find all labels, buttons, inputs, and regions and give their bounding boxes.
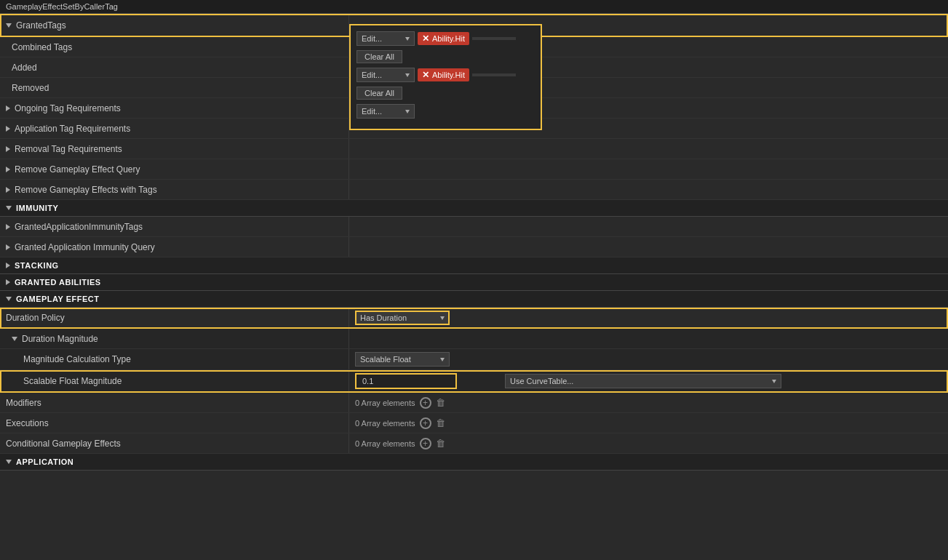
added-label: Added bbox=[12, 63, 37, 73]
executions-row: Executions 0 Array elements + 🗑 bbox=[0, 413, 948, 433]
granted-tags-label: GrantedTags bbox=[16, 20, 66, 31]
executions-add-btn[interactable]: + bbox=[420, 417, 431, 429]
modifiers-value: 0 Array elements bbox=[355, 399, 415, 407]
duration-magnitude-value-cell bbox=[349, 329, 948, 348]
granted-tags-chevron[interactable] bbox=[6, 23, 12, 28]
combined-tag-chip-1-close[interactable]: ✕ bbox=[422, 33, 429, 44]
remove-gameplay-effect-query-label: Remove Gameplay Effect Query bbox=[15, 164, 140, 175]
conditional-gameplay-effects-delete-btn[interactable]: 🗑 bbox=[436, 438, 445, 449]
gameplay-effect-chevron bbox=[6, 297, 12, 301]
remove-gameplay-effects-tags-label-cell: Remove Gameplay Effects with Tags bbox=[0, 180, 349, 199]
conditional-gameplay-effects-row: Conditional Gameplay Effects 0 Array ele… bbox=[0, 433, 948, 454]
top-bar-text: GameplayEffectSetByCallerTag bbox=[6, 2, 118, 11]
remove-gameplay-effects-tags-value bbox=[349, 180, 948, 199]
stacking-section-header[interactable]: STACKING bbox=[0, 257, 948, 274]
magnitude-calc-type-dropdown[interactable]: Scalable Float bbox=[355, 352, 450, 367]
remove-effects-tags-chevron[interactable] bbox=[6, 187, 10, 193]
application-tag-requirements-label-cell: Application Tag Requirements bbox=[0, 119, 349, 138]
popup-removed-row: Edit... bbox=[357, 104, 535, 119]
duration-policy-dropdown[interactable]: Has Duration bbox=[355, 311, 450, 325]
combined-tags-label: Combined Tags bbox=[12, 42, 72, 52]
added-dropdown-arrow bbox=[405, 73, 410, 77]
scalable-float-magnitude-row: Scalable Float Magnitude Use CurveTable.… bbox=[0, 370, 948, 393]
use-curve-table-dropdown[interactable]: Use CurveTable... bbox=[505, 374, 781, 388]
popup-clear-all-2-row: Clear All bbox=[357, 87, 535, 100]
executions-value: 0 Array elements bbox=[355, 419, 415, 428]
added-tag-text-1 bbox=[472, 73, 516, 76]
application-section-label: APPLICATION bbox=[16, 457, 73, 466]
added-tag-chip-1-close[interactable]: ✕ bbox=[422, 70, 429, 80]
application-section-header[interactable]: APPLICATION bbox=[0, 454, 948, 471]
executions-label-cell: Executions bbox=[0, 413, 349, 433]
remove-gameplay-effect-query-row[interactable]: Remove Gameplay Effect Query bbox=[0, 159, 948, 180]
modifiers-label: Modifiers bbox=[6, 398, 41, 408]
granted-application-immunity-query-value bbox=[349, 237, 948, 257]
granted-application-immunity-tags-value bbox=[349, 217, 948, 236]
granted-immunity-tags-chevron[interactable] bbox=[6, 224, 10, 230]
duration-policy-label-cell: Duration Policy bbox=[0, 308, 349, 328]
removal-chevron[interactable] bbox=[6, 146, 10, 152]
duration-magnitude-label-cell: Duration Magnitude bbox=[0, 329, 349, 348]
added-edit-dropdown[interactable]: Edit... bbox=[357, 68, 415, 82]
granted-application-immunity-query-row[interactable]: Granted Application Immunity Query bbox=[0, 237, 948, 257]
duration-magnitude-chevron[interactable] bbox=[12, 337, 17, 341]
popup-clear-all-1-row: Clear All bbox=[357, 50, 535, 63]
removed-edit-dropdown[interactable]: Edit... bbox=[357, 104, 415, 119]
granted-application-immunity-tags-label-cell: GrantedApplicationImmunityTags bbox=[0, 217, 349, 236]
granted-abilities-section-header[interactable]: GRANTED ABILITIES bbox=[0, 274, 948, 291]
duration-policy-dropdown-arrow bbox=[440, 316, 445, 320]
conditional-gameplay-effects-value: 0 Array elements bbox=[355, 439, 415, 448]
combined-tags-dropdown-arrow bbox=[405, 37, 410, 41]
granted-application-immunity-tags-label: GrantedApplicationImmunityTags bbox=[15, 222, 143, 232]
removal-tag-requirements-label-cell: Removal Tag Requirements bbox=[0, 139, 349, 159]
gameplay-effect-section-label: GAMEPLAY EFFECT bbox=[16, 295, 99, 303]
popup-added-row: Edit... ✕ Ability.Hit bbox=[357, 68, 535, 82]
popup-combined-tags-row: Edit... ✕ Ability.Hit bbox=[357, 31, 535, 46]
granted-tags-label-cell: GrantedTags bbox=[0, 14, 349, 36]
immunity-section-header[interactable]: IMMUNITY bbox=[0, 200, 948, 217]
conditional-gameplay-effects-label: Conditional Gameplay Effects bbox=[6, 439, 121, 449]
use-curve-table-value: Use CurveTable... bbox=[510, 377, 573, 385]
combined-tags-clear-all-btn[interactable]: Clear All bbox=[357, 50, 402, 63]
application-tag-requirements-label: Application Tag Requirements bbox=[15, 124, 130, 134]
conditional-gameplay-effects-label-cell: Conditional Gameplay Effects bbox=[0, 433, 349, 453]
ongoing-tag-requirements-label: Ongoing Tag Requirements bbox=[15, 103, 121, 113]
remove-gameplay-effects-tags-label: Remove Gameplay Effects with Tags bbox=[15, 185, 157, 195]
modifiers-delete-btn[interactable]: 🗑 bbox=[436, 397, 445, 408]
modifiers-add-btn[interactable]: + bbox=[420, 397, 431, 409]
combined-tag-text-1 bbox=[472, 37, 516, 40]
magnitude-calc-type-label-cell: Magnitude Calculation Type bbox=[0, 349, 349, 369]
ongoing-chevron[interactable] bbox=[6, 105, 10, 111]
granted-abilities-section-label: GRANTED ABILITIES bbox=[15, 278, 101, 287]
magnitude-calc-type-label: Magnitude Calculation Type bbox=[23, 354, 131, 364]
remove-gameplay-effect-query-value bbox=[349, 159, 948, 179]
remove-gameplay-effect-query-label-cell: Remove Gameplay Effect Query bbox=[0, 159, 349, 179]
duration-policy-row: Duration Policy Has Duration bbox=[0, 308, 948, 329]
remove-gameplay-effects-tags-row[interactable]: Remove Gameplay Effects with Tags bbox=[0, 180, 948, 200]
top-bar: GameplayEffectSetByCallerTag bbox=[0, 0, 948, 14]
removed-dropdown-arrow bbox=[405, 110, 410, 113]
conditional-gameplay-effects-add-btn[interactable]: + bbox=[420, 438, 431, 449]
stacking-chevron bbox=[6, 263, 10, 268]
combined-tags-edit-dropdown[interactable]: Edit... bbox=[357, 31, 415, 46]
combined-tag-chip-1: ✕ Ability.Hit bbox=[418, 32, 469, 45]
removal-tag-requirements-row[interactable]: Removal Tag Requirements bbox=[0, 139, 948, 159]
removed-label: Removed bbox=[12, 83, 49, 93]
scalable-float-magnitude-input[interactable] bbox=[355, 373, 457, 389]
granted-immunity-query-chevron[interactable] bbox=[6, 244, 10, 250]
granted-application-immunity-query-label: Granted Application Immunity Query bbox=[15, 242, 155, 252]
executions-delete-btn[interactable]: 🗑 bbox=[436, 417, 445, 428]
remove-effect-query-chevron[interactable] bbox=[6, 167, 10, 172]
gameplay-effect-section-header[interactable]: GAMEPLAY EFFECT bbox=[0, 291, 948, 308]
granted-abilities-chevron bbox=[6, 279, 10, 285]
duration-policy-value: Has Duration bbox=[360, 313, 407, 322]
duration-magnitude-row[interactable]: Duration Magnitude bbox=[0, 329, 948, 349]
application-section-chevron bbox=[6, 460, 12, 464]
added-clear-all-btn[interactable]: Clear All bbox=[357, 87, 402, 100]
scalable-float-magnitude-label: Scalable Float Magnitude bbox=[23, 376, 122, 386]
granted-application-immunity-tags-row[interactable]: GrantedApplicationImmunityTags bbox=[0, 217, 948, 237]
modifiers-label-cell: Modifiers bbox=[0, 393, 349, 412]
conditional-gameplay-effects-value-cell: 0 Array elements + 🗑 bbox=[349, 433, 948, 453]
added-tag-chip-1: ✕ Ability.Hit bbox=[418, 68, 469, 81]
application-chevron[interactable] bbox=[6, 126, 10, 132]
